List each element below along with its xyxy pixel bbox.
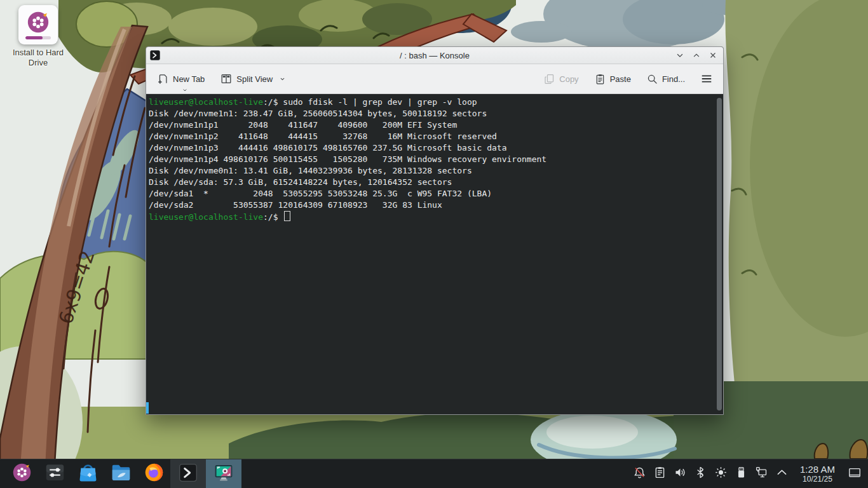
system-settings-icon <box>44 462 65 485</box>
taskbar-task-konsole[interactable] <box>170 459 206 488</box>
terminal-cursor <box>284 211 290 221</box>
clock-time: 1:28 AM <box>800 464 835 475</box>
tray-expand-arrow[interactable] <box>775 466 790 482</box>
prompt-path: :/$ <box>263 212 278 222</box>
maximize-button[interactable] <box>691 50 702 60</box>
hamburger-menu-icon <box>700 72 713 85</box>
system-tray: 1:28 AM 10/21/25 <box>632 459 868 488</box>
split-view-icon <box>220 72 233 85</box>
new-tab-icon <box>156 72 169 85</box>
taskbar-task-screenshot-tool[interactable] <box>206 459 241 488</box>
taskbar-launcher-installer[interactable] <box>5 459 38 488</box>
terminal-output-line: Disk /dev/sda: 57.3 GiB, 61524148224 byt… <box>149 177 452 187</box>
tray-removable-device[interactable] <box>734 466 749 482</box>
taskbar-launcher-file-manager[interactable] <box>104 459 137 488</box>
terminal-output-line: /dev/nvme1n1p3 444416 498610175 49816576… <box>149 143 507 152</box>
split-view-chevron-icon <box>279 76 286 82</box>
taskbar-panel: 1:28 AM 10/21/25 <box>0 459 868 488</box>
terminal-area[interactable]: liveuser@localhost-live:/$ sudo fdisk -l… <box>146 94 723 414</box>
close-button[interactable] <box>708 50 718 60</box>
terminal-scrollbar[interactable] <box>717 98 722 410</box>
new-tab-button[interactable]: New Tab <box>154 69 207 89</box>
titlebar[interactable]: / : bash — Konsole <box>146 47 723 64</box>
tray-network[interactable] <box>754 466 770 482</box>
clock-widget[interactable]: 1:28 AM 10/21/25 <box>800 464 835 484</box>
installer-icon <box>11 462 32 485</box>
show-desktop-icon <box>848 466 862 482</box>
konsole-icon <box>178 463 198 485</box>
clock-date: 10/21/25 <box>803 475 832 484</box>
copy-label: Copy <box>559 74 578 84</box>
notifications-dnd-icon <box>633 466 646 482</box>
bluetooth-icon <box>694 466 707 482</box>
prompt-user-host: liveuser@localhost-live <box>149 97 263 107</box>
prompt-user-host: liveuser@localhost-live <box>149 212 263 222</box>
new-tab-dropdown-chevron-icon[interactable] <box>182 88 188 93</box>
screenshot-tool-icon <box>214 463 234 485</box>
paste-icon <box>594 73 606 85</box>
taskbar-launcher-discover[interactable] <box>71 459 104 488</box>
tray-brightness[interactable] <box>714 466 729 482</box>
file-manager-icon <box>111 462 132 485</box>
terminal-output-line: /dev/nvme1n1p2 411648 444415 32768 16M M… <box>149 132 497 141</box>
tray-volume[interactable] <box>673 466 688 482</box>
terminal-output: liveuser@localhost-live:/$ sudo fdisk -l… <box>149 97 713 223</box>
find-label: Find... <box>662 74 685 84</box>
terminal-output-line: /dev/sda1 * 2048 53055295 53053248 25.3G… <box>149 189 492 198</box>
terminal-command: sudo fdisk -l | grep dev | grep -v loop <box>283 97 477 107</box>
installer-icon <box>18 5 58 44</box>
desktop-icon-label: Install to Hard Drive <box>8 48 69 69</box>
clipboard-icon <box>653 466 667 482</box>
prompt-path: :/$ <box>263 97 278 107</box>
removable-device-icon <box>735 466 748 482</box>
window-title: / : bash — Konsole <box>146 51 723 60</box>
find-button[interactable]: Find... <box>644 69 688 89</box>
terminal-accent-bar <box>146 402 149 414</box>
terminal-output-line: /dev/nvme1n1p4 498610176 500115455 15052… <box>149 154 546 164</box>
paste-button[interactable]: Paste <box>592 69 634 89</box>
hamburger-menu-button[interactable] <box>698 69 715 89</box>
paste-label: Paste <box>610 74 631 84</box>
search-icon <box>646 73 658 85</box>
copy-button[interactable]: Copy <box>541 69 581 89</box>
scrollbar-thumb[interactable] <box>717 98 722 410</box>
desktop-icon-install-to-hard-drive[interactable]: Install to Hard Drive <box>8 5 69 69</box>
terminal-output-line: Disk /dev/nvme1n1: 238.47 GiB, 256060514… <box>149 109 487 118</box>
tray-bluetooth[interactable] <box>693 466 709 482</box>
firefox-icon <box>144 462 165 485</box>
konsole-window: / : bash — Konsole <box>146 46 724 415</box>
split-view-label: Split View <box>236 74 273 84</box>
taskbar-launcher-firefox[interactable] <box>137 459 170 488</box>
terminal-output-line: /dev/nvme1n1p1 2048 411647 409600 200M E… <box>149 120 457 130</box>
brightness-icon <box>714 466 728 482</box>
tray-notifications-dnd[interactable] <box>632 466 648 482</box>
terminal-output-line: Disk /dev/nvme0n1: 13.41 GiB, 1440323993… <box>149 166 472 175</box>
installer-progressbar-graphic <box>25 36 51 39</box>
new-tab-label: New Tab <box>173 74 205 84</box>
network-icon <box>755 466 768 482</box>
copy-icon <box>543 73 555 85</box>
split-view-button[interactable]: Split View <box>217 69 288 89</box>
minimize-button[interactable] <box>675 50 685 60</box>
terminal-output-line: /dev/sda2 53055387 120164309 67108923 32… <box>149 200 442 210</box>
show-desktop-button[interactable] <box>845 466 864 482</box>
desktop: 6x9=42 Install to Hard Drive <box>0 0 868 488</box>
discover-icon <box>78 462 98 485</box>
volume-icon <box>674 466 687 482</box>
tray-clipboard[interactable] <box>653 466 668 482</box>
taskbar-launcher-system-settings[interactable] <box>38 459 71 488</box>
toolbar: New Tab Split View <box>146 64 723 94</box>
expand-arrow-icon <box>775 466 789 482</box>
